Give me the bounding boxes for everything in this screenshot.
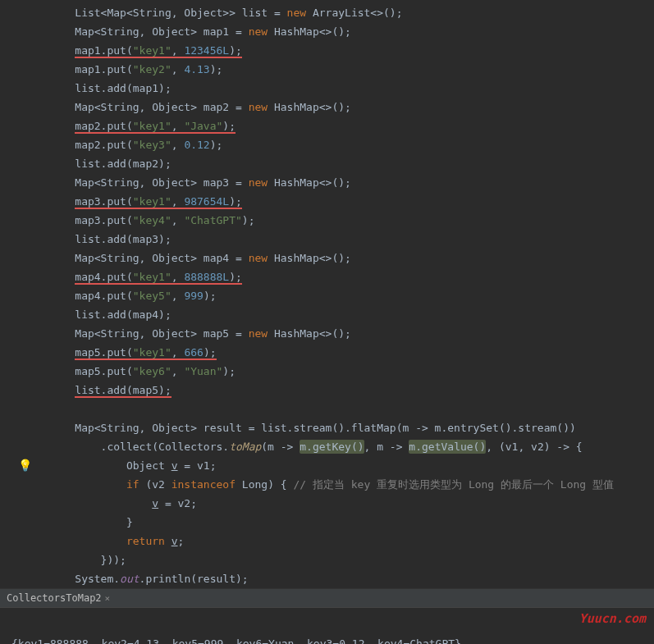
code-line: map1.put("key2", 4.13); [0, 60, 654, 79]
code-line: v = v2; [0, 494, 654, 513]
run-tabs: CollectorsToMap2 × [0, 588, 654, 607]
code-line: Map<String, Object> result = list.stream… [0, 418, 654, 437]
watermark-yuucn: Yuucn.com [579, 611, 646, 626]
code-line: List<Map<String, Object>> list = new Arr… [0, 3, 654, 22]
code-line: list.add(map3); [0, 230, 654, 249]
code-line: list.add(map4); [0, 305, 654, 324]
code-line: Map<String, Object> map2 = new HashMap<>… [0, 98, 654, 116]
code-line: list.add(map1); [0, 79, 654, 98]
tab-label: CollectorsToMap2 [7, 592, 102, 604]
code-line: Map<String, Object> map4 = new HashMap<>… [0, 249, 654, 267]
code-line: Map<String, Object> map3 = new HashMap<>… [0, 173, 654, 192]
code-editor[interactable]: List<Map<String, Object>> list = new Arr… [0, 0, 654, 588]
code-line: if (v2 instanceof Long) { // 指定当 key 重复时… [0, 475, 654, 494]
code-line: map5.put("key1", 666); [0, 343, 654, 362]
code-line: list.add(map5); [0, 381, 654, 400]
code-line: list.add(map2); [0, 154, 654, 173]
code-line: 💡 Object v = v1; [0, 456, 654, 475]
code-line: Map<String, Object> map5 = new HashMap<>… [0, 324, 654, 343]
console-output[interactable]: Yuucn.com {key1=888888, key2=4.13, key5=… [0, 607, 654, 644]
code-line: System.out.println(result); [0, 569, 654, 588]
code-line: })); [0, 550, 654, 569]
close-icon[interactable]: × [105, 593, 111, 604]
code-line: .collect(Collectors.toMap(m -> m.getKey(… [0, 437, 654, 456]
code-line: map3.put("key4", "ChatGPT"); [0, 211, 654, 230]
code-line: return v; [0, 532, 654, 550]
code-line: map4.put("key1", 888888L); [0, 267, 654, 286]
code-line: map2.put("key1", "Java"); [0, 116, 654, 135]
intention-bulb-icon[interactable]: 💡 [18, 456, 32, 475]
code-line: } [0, 513, 654, 532]
code-line: map1.put("key1", 123456L); [0, 41, 654, 60]
code-line: map3.put("key1", 987654L); [0, 192, 654, 211]
code-line: map5.put("key6", "Yuan"); [0, 362, 654, 381]
tab-collectorstomap2[interactable]: CollectorsToMap2 × [0, 591, 117, 605]
console-key1: key1=888888 [18, 637, 89, 644]
code-line: Map<String, Object> map1 = new HashMap<>… [0, 22, 654, 41]
console-rest: , key2=4.13, key5=999, key6=Yuan, key3=0… [89, 637, 461, 644]
code-line: map4.put("key5", 999); [0, 286, 654, 305]
code-line: map2.put("key3", 0.12); [0, 135, 654, 154]
code-line [0, 400, 654, 418]
